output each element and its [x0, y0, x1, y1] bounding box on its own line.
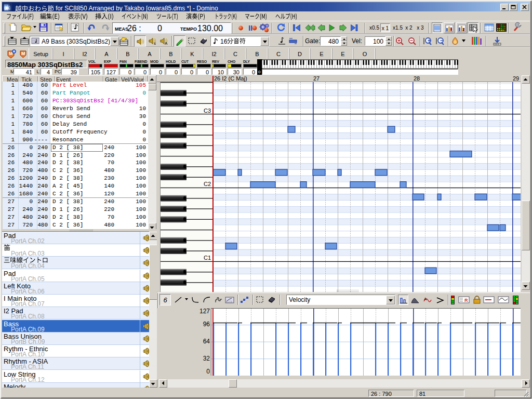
svg-text:2: 2 [462, 27, 465, 32]
svg-text:R: R [464, 298, 468, 303]
svg-text:s: s [154, 41, 156, 46]
svg-text:C2: C2 [204, 181, 211, 187]
svg-text:C3: C3 [204, 108, 211, 114]
svg-text:C1: C1 [204, 255, 211, 261]
svg-text:M: M [21, 51, 25, 56]
svg-text:A: A [424, 297, 427, 301]
svg-text:1: 1 [450, 26, 453, 31]
svg-text:A: A [165, 41, 168, 46]
